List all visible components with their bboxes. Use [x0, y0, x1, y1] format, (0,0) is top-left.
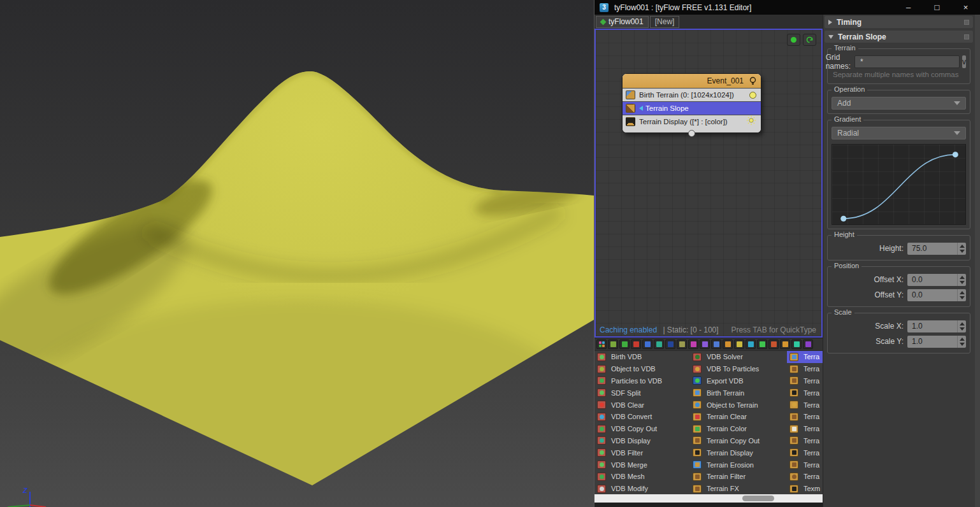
depot-item-vdb-modify[interactable]: VDB Modify [594, 483, 690, 494]
operator-row-birth-terrain[interactable]: Birth Terrain (0: [1024x1024]) [623, 88, 761, 101]
curve-point-2[interactable] [953, 152, 958, 157]
depot-item-terra[interactable]: Terra [787, 351, 823, 363]
depot-category-misc[interactable] [803, 339, 813, 349]
node-graph-view[interactable]: Event_001 Birth Terrain (0: [1024x1024]) [594, 29, 823, 338]
operation-dropdown[interactable]: Add [832, 97, 966, 110]
depot-category-birth[interactable] [608, 339, 618, 349]
depot-category-spawn[interactable] [688, 339, 698, 349]
depot-category-shape[interactable] [654, 339, 664, 349]
depot-item-terrain-display[interactable]: Terrain Display [690, 446, 787, 459]
depot-item-vdb-filter[interactable]: VDB Filter [594, 446, 690, 459]
depot-item-texm[interactable]: Texm [787, 483, 823, 494]
maximize-button[interactable]: □ [923, 0, 951, 15]
gradient-type-dropdown[interactable]: Radial [832, 127, 966, 139]
depot-item-terra[interactable]: Terra [787, 446, 823, 459]
depot-item-vdb-merge[interactable]: VDB Merge [594, 459, 690, 471]
event-output-connector[interactable] [688, 130, 695, 137]
depot-category-physics[interactable] [700, 339, 710, 349]
depot-category-force[interactable] [642, 339, 652, 349]
enabled-indicator-icon[interactable] [749, 92, 756, 99]
depot-item-sdf-split[interactable]: SDF Split [594, 387, 690, 399]
depot-item-vdb-solver[interactable]: VDB Solver [690, 351, 787, 363]
depot-item-terra[interactable]: Terra [787, 375, 823, 387]
titlebar[interactable]: 3 tyFlow001 : [tyFlow FREE v1.131 Editor… [594, 0, 980, 15]
depot-item-terra[interactable]: Terra [787, 363, 823, 375]
tab-tyflow001[interactable]: tyFlow001 [596, 16, 649, 28]
depot-item-terrain-copy-out[interactable]: Terrain Copy Out [690, 435, 787, 447]
event-node-header[interactable]: Event_001 [623, 74, 761, 88]
depot-item-vdb-to-particles[interactable]: VDB To Particles [690, 363, 787, 375]
depot-item-vdb-convert[interactable]: VDB Convert [594, 411, 690, 423]
curve-point-1[interactable] [840, 216, 846, 222]
grid-names-list-button[interactable]: v [962, 55, 966, 68]
3d-viewport[interactable]: Z [0, 0, 594, 507]
depot-item-terrain-color[interactable]: Terrain Color [690, 423, 787, 435]
depot-scrollbar[interactable] [594, 494, 823, 503]
depot-item-object-to-terrain[interactable]: Object to Terrain [690, 399, 787, 411]
depot-category-operators[interactable] [619, 339, 630, 349]
offset-x-spinner[interactable]: 0.0 [907, 274, 966, 286]
depot-item-terrain-filter[interactable]: Terrain Filter [690, 471, 787, 483]
offset-y-spinner[interactable]: 0.0 [907, 289, 966, 301]
depot-item-terra[interactable]: Terra [787, 399, 823, 411]
depot-category-tests[interactable] [631, 339, 641, 349]
depot-item-terrain-fx[interactable]: Terrain FX [690, 483, 787, 494]
tab-new[interactable]: [New] [650, 16, 680, 28]
gradient-curve-editor[interactable] [832, 144, 966, 225]
rollout-timing[interactable]: Timing [825, 16, 973, 28]
spinner-arrows-icon[interactable] [957, 243, 966, 255]
depot-item-birth-terrain[interactable]: Birth Terrain [690, 387, 787, 399]
lightbulb-icon[interactable] [749, 76, 757, 86]
depot-item-export-vdb[interactable]: Export VDB [690, 375, 787, 387]
operator-row-terrain-slope[interactable]: Terrain Slope [623, 101, 761, 115]
depot-category-utility[interactable] [734, 339, 744, 349]
depot-item-terrain-clear[interactable]: Terrain Clear [690, 411, 787, 423]
depot-category-display[interactable] [665, 339, 675, 349]
depot-item-terra[interactable]: Terra [787, 459, 823, 471]
spinner-arrows-icon[interactable] [957, 274, 966, 286]
spinner-arrows-icon[interactable] [957, 320, 966, 332]
depot-item-vdb-display[interactable]: VDB Display [594, 435, 690, 447]
depot-item-birth-vdb[interactable]: Birth VDB [594, 351, 690, 363]
panel-scrollbar[interactable] [975, 15, 980, 507]
rollout-options-icon[interactable] [964, 20, 969, 25]
depot-category-sim[interactable] [746, 339, 756, 349]
depot-category-all[interactable] [596, 339, 607, 349]
simulate-toggle-button[interactable] [787, 34, 800, 46]
sun-icon[interactable] [746, 115, 756, 125]
spinner-arrows-icon[interactable] [957, 336, 966, 348]
refresh-button[interactable] [803, 34, 816, 46]
depot-item-particles-to-vdb[interactable]: Particles to VDB [594, 375, 690, 387]
depot-item-vdb-clear[interactable]: VDB Clear [594, 399, 690, 411]
depot-item-vdb-copy-out[interactable]: VDB Copy Out [594, 423, 690, 435]
spinner-arrows-icon[interactable] [957, 289, 966, 301]
depot-item-terrain-erosion[interactable]: Terrain Erosion [690, 459, 787, 471]
depot-category-export[interactable] [723, 339, 733, 349]
depot-category-flow[interactable] [757, 339, 767, 349]
scale-x-spinner[interactable]: 1.0 [907, 320, 966, 332]
rollout-options-icon[interactable] [964, 34, 969, 39]
rollout-terrain-slope[interactable]: Terrain Slope [825, 31, 973, 43]
depot-item-terra[interactable]: Terra [787, 423, 823, 435]
depot-item-terra[interactable]: Terra [787, 411, 823, 423]
depot-item-terra[interactable]: Terra [787, 471, 823, 483]
scale-y-spinner[interactable]: 1.0 [907, 336, 966, 348]
depot-category-vdb[interactable] [768, 339, 779, 349]
depot-category-cloth[interactable] [711, 339, 721, 349]
minimize-button[interactable]: – [894, 0, 923, 15]
depot-item-terra[interactable]: Terra [787, 435, 823, 447]
depot-item-terra[interactable]: Terra [787, 387, 823, 399]
grid-names-input[interactable] [854, 55, 960, 68]
depot-category-material[interactable] [677, 339, 687, 349]
depot-item-object-to-vdb[interactable]: Object to VDB [594, 363, 690, 375]
depot-item-vdb-mesh[interactable]: VDB Mesh [594, 471, 690, 483]
depot-category-terrain[interactable] [780, 339, 790, 349]
close-button[interactable]: × [951, 0, 980, 15]
depot-scrollbar-thumb[interactable] [742, 496, 774, 501]
event-node[interactable]: Event_001 Birth Terrain (0: [1024x1024]) [622, 73, 761, 133]
height-spinner[interactable]: 75.0 [907, 243, 966, 255]
depot-category-fx[interactable] [791, 339, 802, 349]
operator-icon [693, 401, 702, 409]
operator-row-terrain-display[interactable]: Terrain Display ([*] : [color]) [623, 115, 761, 128]
category-icon [805, 341, 811, 347]
